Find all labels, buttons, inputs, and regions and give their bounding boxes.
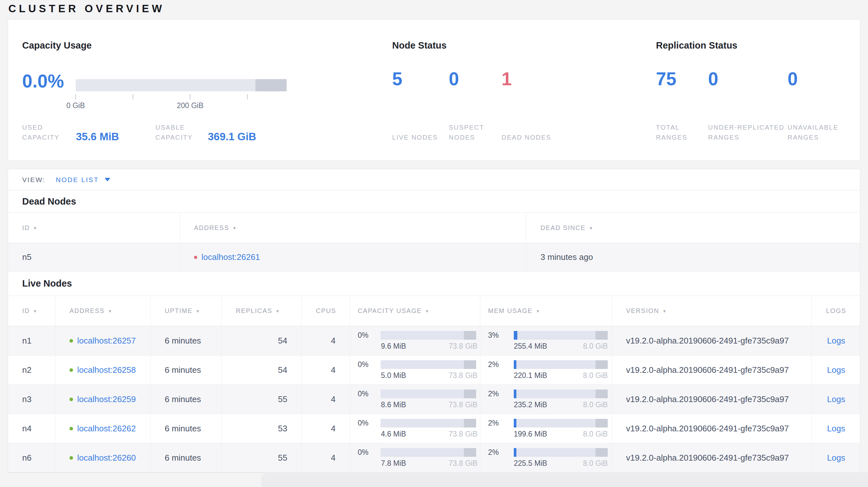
node-id-cell: n1 <box>8 326 55 355</box>
live-nodes-label: LIVE NODES <box>392 132 449 142</box>
column-header-uptime[interactable]: UPTIME ▼ <box>151 296 222 326</box>
capacity-meter-bar <box>381 448 476 457</box>
view-selector-dropdown[interactable]: NODE LIST <box>56 176 110 184</box>
node-address-cell: localhost:26262 <box>55 414 151 443</box>
uptime-cell: 6 minutes <box>151 414 222 443</box>
mem-total-value: 8.0 GiB <box>583 459 608 468</box>
mem-pct: 3% <box>488 331 514 340</box>
column-header-logs: LOGS <box>812 296 861 326</box>
node-id-cell: n2 <box>8 355 55 384</box>
logs-link[interactable]: Logs <box>827 394 845 404</box>
capacity-pct: 0% <box>358 390 381 398</box>
capacity-usage-cell: 0% 9.6 MiB 73.8 GiB <box>350 326 480 355</box>
logs-cell: Logs <box>812 414 861 443</box>
column-header-address[interactable]: ADDRESS ▼ <box>180 213 526 243</box>
capacity-usage-cell: 0% 5.0 MiB 73.8 GiB <box>350 355 480 384</box>
capacity-usage-bar <box>75 79 287 91</box>
node-address-link[interactable]: localhost:26260 <box>77 453 136 463</box>
column-header-mem-usage[interactable]: MEM USAGE ▼ <box>480 296 612 326</box>
axis-tick <box>132 94 133 99</box>
capacity-used-value: 8.6 MiB <box>381 400 406 409</box>
node-address-cell: localhost:26261 <box>180 243 526 271</box>
unavailable-ranges-label: UNAVAILABLE RANGES <box>787 123 865 142</box>
capacity-used-value: 5.0 MiB <box>381 371 406 380</box>
mem-total-value: 8.0 GiB <box>583 430 608 439</box>
column-header-cpus: CPUS <box>302 296 350 326</box>
uptime-cell: 6 minutes <box>151 355 222 384</box>
capacity-usage-cell: 0% 7.8 MiB 73.8 GiB <box>350 443 480 472</box>
node-address-cell: localhost:26260 <box>55 443 151 472</box>
node-live-icon <box>69 427 73 430</box>
version-cell: v19.2.0-alpha.20190606-2491-gfe735c9a97 <box>612 326 812 355</box>
capacity-used-value: 9.6 MiB <box>381 342 406 351</box>
cpus-cell: 4 <box>302 355 350 384</box>
node-address-cell: localhost:26257 <box>55 326 151 355</box>
node-address-link[interactable]: localhost:26258 <box>77 365 136 375</box>
capacity-total-value: 73.8 GiB <box>449 371 478 380</box>
column-header-capacity-usage[interactable]: CAPACITY USAGE ▼ <box>350 296 480 326</box>
capacity-usage-heading: Capacity Usage <box>22 40 92 51</box>
replicas-cell: 53 <box>222 414 302 443</box>
column-header-id[interactable]: ID ▼ <box>8 213 180 243</box>
logs-link[interactable]: Logs <box>827 336 845 346</box>
sort-desc-icon: ▼ <box>662 309 667 314</box>
cpus-cell: 4 <box>302 385 350 414</box>
node-address-link[interactable]: localhost:26262 <box>77 424 136 433</box>
capacity-pct: 0% <box>358 419 381 427</box>
node-live-icon <box>69 339 73 343</box>
mem-pct: 2% <box>488 419 514 427</box>
capacity-stats: USED CAPACITY 35.6 MiB USABLE CAPACITY 3… <box>22 123 256 142</box>
live-node-row: n6 localhost:26260 6 minutes 55 4 0% 7.8… <box>8 443 860 473</box>
sort-desc-icon: ▼ <box>536 309 540 314</box>
uptime-cell: 6 minutes <box>151 326 222 355</box>
nodes-panel: VIEW: NODE LIST Dead Nodes ID ▼ ADDRESS … <box>8 169 860 473</box>
dropdown-caret-icon <box>104 178 110 182</box>
column-header-id[interactable]: ID ▼ <box>8 296 55 326</box>
dead-since-cell: 3 minutes ago <box>526 243 860 271</box>
mem-meter-bar <box>514 419 608 427</box>
logs-link[interactable]: Logs <box>827 424 845 433</box>
logs-link[interactable]: Logs <box>827 365 845 375</box>
node-address-link[interactable]: localhost:26261 <box>202 252 260 262</box>
replicas-cell: 55 <box>222 443 302 472</box>
mem-used-value: 235.2 MiB <box>514 400 547 409</box>
logs-link[interactable]: Logs <box>827 453 845 463</box>
column-header-address[interactable]: ADDRESS ▼ <box>55 296 151 326</box>
column-header-version[interactable]: VERSION ▼ <box>612 296 812 326</box>
node-id-cell: n6 <box>8 443 55 472</box>
capacity-pct: 0% <box>358 360 381 369</box>
capacity-used-value: 7.8 MiB <box>381 459 406 468</box>
unavailable-ranges-value: 0 <box>787 68 865 90</box>
capacity-meter-bar <box>381 390 476 398</box>
node-id-cell: n4 <box>8 414 55 443</box>
capacity-pct: 0% <box>358 331 381 340</box>
column-header-replicas[interactable]: REPLICAS ▼ <box>222 296 302 326</box>
node-live-icon <box>69 368 73 372</box>
sort-desc-icon: ▼ <box>425 309 430 314</box>
usable-capacity-label: USABLE CAPACITY <box>155 123 208 142</box>
mem-used-value: 255.4 MiB <box>514 342 547 351</box>
axis-tick <box>247 94 248 99</box>
suspect-nodes-value: 0 <box>449 68 502 90</box>
mem-meter-bar <box>514 448 608 457</box>
replicas-cell: 55 <box>222 385 302 414</box>
live-node-row: n2 localhost:26258 6 minutes 54 4 0% 5.0… <box>8 355 860 385</box>
capacity-total-value: 73.8 GiB <box>449 459 478 468</box>
node-address-link[interactable]: localhost:26259 <box>77 394 136 404</box>
node-address-link[interactable]: localhost:26257 <box>77 336 136 346</box>
node-dead-icon <box>194 256 197 259</box>
capacity-total-value: 73.8 GiB <box>449 342 478 351</box>
node-id-cell: n5 <box>8 243 180 271</box>
column-header-dead-since[interactable]: DEAD SINCE ▼ <box>526 213 860 243</box>
mem-usage-cell: 2% 235.2 MiB 8.0 GiB <box>480 385 612 414</box>
sort-desc-icon: ▼ <box>33 226 38 231</box>
mem-meter-bar <box>514 360 608 369</box>
capacity-total-value: 73.8 GiB <box>449 400 478 409</box>
node-status-heading: Node Status <box>392 40 446 51</box>
live-nodes-table-header: ID ▼ ADDRESS ▼ UPTIME ▼ REPLICAS ▼ CPUS … <box>8 296 860 326</box>
node-address-cell: localhost:26259 <box>55 385 151 414</box>
node-live-icon <box>69 397 73 401</box>
node-live-icon <box>69 456 73 460</box>
node-address-cell: localhost:26258 <box>55 355 151 384</box>
view-selected-value: NODE LIST <box>56 176 99 184</box>
